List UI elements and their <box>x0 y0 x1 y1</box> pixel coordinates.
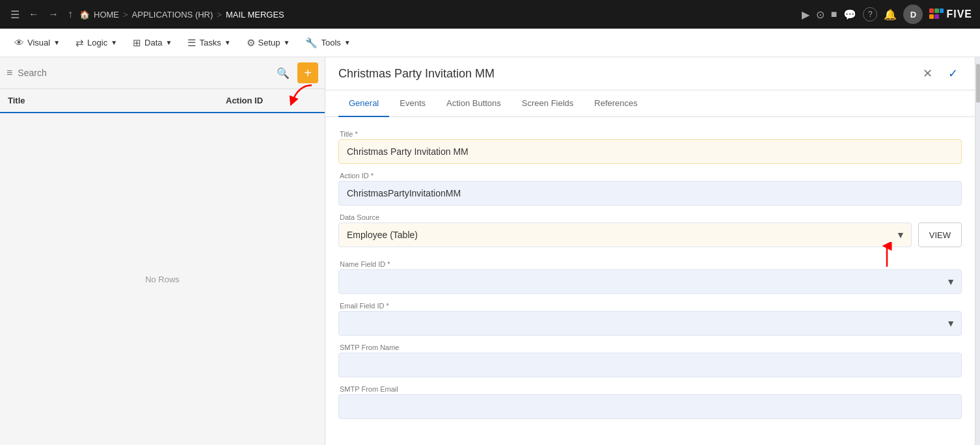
visual-chevron: ▼ <box>53 39 60 46</box>
logo-text: FIVE <box>946 8 972 20</box>
no-rows-label: No Rows <box>145 275 180 284</box>
back-icon[interactable]: ← <box>26 6 42 23</box>
home-label[interactable]: HOME <box>94 10 119 20</box>
logo-dots <box>929 8 944 20</box>
data-source-field: Data Source Employee (Table) ▼ <box>338 213 962 247</box>
sidebar-search-bar: ≡ 🔍 + <box>0 57 325 89</box>
svg-rect-2 <box>940 8 944 13</box>
smtp-from-name-label: SMTP From Name <box>338 344 962 351</box>
toolbar-tools[interactable]: 🔧 Tools ▼ <box>299 33 357 53</box>
svg-rect-1 <box>934 8 939 13</box>
logic-icon: ⇄ <box>75 37 84 49</box>
toolbar-logic[interactable]: ⇄ Logic ▼ <box>69 33 124 53</box>
tab-action-buttons[interactable]: Action Buttons <box>436 90 511 117</box>
search-icon[interactable]: ⊙ <box>816 8 824 21</box>
setup-label: Setup <box>258 38 280 47</box>
action-id-label: Action ID * <box>338 172 962 180</box>
up-icon[interactable]: ↑ <box>65 6 75 23</box>
applications-label[interactable]: APPLICATIONS (HR) <box>132 10 213 20</box>
content-header: Christmas Party Invitation MM ✕ ✓ <box>325 57 975 90</box>
sidebar: ≡ 🔍 + Title Action ID No <box>0 57 325 445</box>
smtp-from-email-field: SMTP From Email <box>338 385 962 419</box>
data-chevron: ▼ <box>166 39 172 46</box>
content-title: Christmas Party Invitation MM <box>338 67 919 81</box>
nav-right: ▶ ⊙ ■ 💬 ? 🔔 D FIVE <box>802 5 972 24</box>
tabs-bar: General Events Action Buttons Screen Fie… <box>325 90 975 117</box>
email-field-id-label: Email Field ID * <box>338 302 962 310</box>
col-title: Title <box>8 96 226 105</box>
chat-icon[interactable]: 💬 <box>843 8 856 21</box>
scrollbar-track[interactable] <box>975 57 980 445</box>
visual-label: Visual <box>27 38 50 47</box>
form-area: Title * Action ID * Data Source Employee… <box>325 117 975 445</box>
toolbar-tasks[interactable]: ☰ Tasks ▼ <box>181 33 237 53</box>
user-avatar[interactable]: D <box>903 5 923 24</box>
mailmerges-label[interactable]: MAIL MERGES <box>226 10 284 20</box>
stop-icon[interactable]: ■ <box>831 8 837 20</box>
name-field-id-label: Name Field ID * <box>338 260 962 268</box>
setup-chevron: ▼ <box>284 39 290 46</box>
toolbar-data[interactable]: ⊞ Data ▼ <box>126 33 178 53</box>
nav-left: ☰ ← → ↑ 🏠 HOME > APPLICATIONS (HR) > MAI… <box>8 6 796 23</box>
data-source-label: Data Source <box>338 213 962 221</box>
add-button[interactable]: + <box>297 62 318 83</box>
data-source-select[interactable]: Employee (Table) <box>338 222 912 247</box>
menu-icon[interactable]: ☰ <box>8 6 22 23</box>
search-input[interactable] <box>18 68 269 78</box>
add-btn-wrapper: + <box>297 62 318 83</box>
confirm-button[interactable]: ✓ <box>944 65 962 82</box>
tab-events[interactable]: Events <box>389 90 436 117</box>
close-button[interactable]: ✕ <box>919 65 936 82</box>
main-layout: ≡ 🔍 + Title Action ID No <box>0 57 980 445</box>
eye-icon: 👁 <box>14 37 24 48</box>
scrollbar-thumb[interactable] <box>976 64 980 103</box>
name-field-id-select[interactable] <box>338 269 962 294</box>
smtp-from-name-field: SMTP From Name <box>338 344 962 377</box>
email-field-id-wrapper: ▼ <box>338 311 962 336</box>
col-action-id: Action ID <box>226 96 317 105</box>
smtp-from-email-input[interactable] <box>338 394 962 419</box>
sidebar-empty-state: No Rows <box>0 113 325 445</box>
play-icon[interactable]: ▶ <box>802 8 810 21</box>
tools-chevron: ▼ <box>344 39 351 46</box>
toolbar-setup[interactable]: ⚙ Setup ▼ <box>240 33 297 53</box>
filter-icon[interactable]: ≡ <box>7 67 12 79</box>
sidebar-table-header: Title Action ID <box>0 89 325 113</box>
help-icon[interactable]: ? <box>863 7 877 21</box>
bell-icon[interactable]: 🔔 <box>884 8 897 21</box>
tab-references[interactable]: References <box>584 90 647 117</box>
tasks-chevron: ▼ <box>225 39 231 46</box>
tasks-label: Tasks <box>199 38 221 47</box>
forward-icon[interactable]: → <box>46 6 61 23</box>
name-field-id-field: Name Field ID * ▼ <box>338 260 962 294</box>
tools-label: Tools <box>321 38 340 47</box>
logic-chevron: ▼ <box>111 39 117 46</box>
smtp-from-email-label: SMTP From Email <box>338 385 962 393</box>
breadcrumb: 🏠 HOME > APPLICATIONS (HR) > MAIL MERGES <box>79 10 284 20</box>
action-id-input[interactable] <box>338 181 962 206</box>
tools-icon: 🔧 <box>305 37 318 49</box>
tab-general[interactable]: General <box>338 90 389 117</box>
search-button[interactable]: 🔍 <box>274 66 292 81</box>
data-source-select-wrapper: Employee (Table) ▼ <box>338 222 912 247</box>
smtp-from-name-input[interactable] <box>338 353 962 377</box>
data-icon: ⊞ <box>133 37 141 49</box>
title-field: Title * <box>338 130 962 164</box>
content-actions: ✕ ✓ <box>919 65 962 82</box>
five-logo: FIVE <box>929 8 972 20</box>
content-area: Christmas Party Invitation MM ✕ ✓ Genera… <box>325 57 975 445</box>
setup-icon: ⚙ <box>247 37 255 49</box>
home-icon: 🏠 <box>79 10 90 20</box>
email-field-id-field: Email Field ID * ▼ <box>338 302 962 336</box>
view-button[interactable]: VIEW <box>918 222 962 247</box>
svg-rect-3 <box>929 14 934 19</box>
title-label: Title * <box>338 130 962 138</box>
main-toolbar: 👁 Visual ▼ ⇄ Logic ▼ ⊞ Data ▼ ☰ Tasks ▼ … <box>0 29 980 57</box>
svg-rect-4 <box>934 14 939 19</box>
breadcrumb-sep2: > <box>217 10 222 20</box>
top-nav: ☰ ← → ↑ 🏠 HOME > APPLICATIONS (HR) > MAI… <box>0 0 980 29</box>
toolbar-visual[interactable]: 👁 Visual ▼ <box>8 33 66 52</box>
tab-screen-fields[interactable]: Screen Fields <box>511 90 584 117</box>
email-field-id-select[interactable] <box>338 311 962 336</box>
title-input[interactable] <box>338 139 962 164</box>
